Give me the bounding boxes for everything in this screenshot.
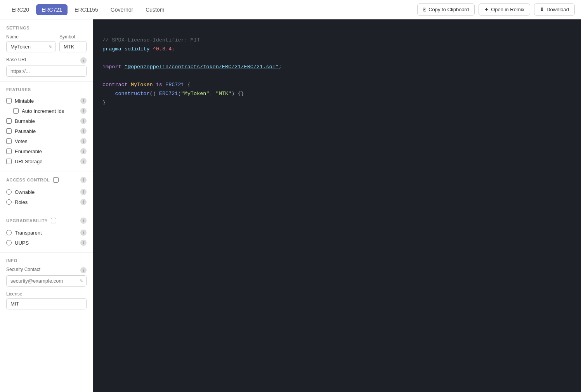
ownable-info-icon[interactable]: i <box>80 189 87 195</box>
pragma-keyword: pragma <box>102 46 121 52</box>
upgradeability-checkbox[interactable] <box>51 218 56 223</box>
copy-clipboard-button[interactable]: ⎘ Copy to Clipboard <box>417 3 475 16</box>
features-section: FEATURES Mintable i Auto Increment Ids i… <box>0 81 93 171</box>
feature-pausable: Pausable i <box>6 126 87 136</box>
burnable-info-icon[interactable]: i <box>80 118 87 124</box>
constructor-body: {} <box>238 91 244 97</box>
features-label: FEATURES <box>6 87 87 92</box>
uups-label: UUPS <box>15 240 77 246</box>
security-contact-edit-icon[interactable]: ✎ <box>80 278 83 284</box>
name-symbol-row: Name ✎ Symbol <box>6 34 87 52</box>
download-button[interactable]: ⬇ Download <box>534 3 575 16</box>
base-uri-label: Base URI <box>6 57 26 62</box>
transparent-label: Transparent <box>15 230 77 236</box>
votes-info-icon[interactable]: i <box>80 138 87 144</box>
mintable-info-icon[interactable]: i <box>80 98 87 104</box>
burnable-label: Burnable <box>15 118 77 124</box>
uri-storage-label: URI Storage <box>15 159 77 164</box>
parent-name: ERC721 <box>165 82 184 88</box>
import-semi: ; <box>279 64 282 70</box>
uups-radio[interactable] <box>6 240 12 245</box>
transparent-info-icon[interactable]: i <box>80 230 87 236</box>
upgradeability-section: UPGRADEABILITY i Transparent i UUPS i <box>0 212 93 252</box>
brace-open: { <box>187 82 191 88</box>
tab-erc20[interactable]: ERC20 <box>6 4 35 15</box>
base-uri-info-icon[interactable]: i <box>80 57 87 64</box>
access-control-header: ACCESS CONTROL i <box>6 177 87 183</box>
open-remix-label: Open in Remix <box>491 7 524 12</box>
access-control-info-icon[interactable]: i <box>80 177 87 183</box>
base-uri-group: Base URI i <box>6 57 87 77</box>
access-control-checkbox[interactable] <box>53 177 59 183</box>
import-path: "@openzeppelin/contracts/token/ERC721/ER… <box>125 64 279 70</box>
feature-burnable: Burnable i <box>6 116 87 126</box>
nav-tabs: ERC20 ERC721 ERC1155 Governor Custom <box>6 4 417 15</box>
security-contact-input[interactable] <box>6 275 87 287</box>
constructor-parens: () <box>150 91 156 97</box>
roles-info-icon[interactable]: i <box>80 199 87 205</box>
pausable-info-icon[interactable]: i <box>80 128 87 134</box>
string-mytoken: "MyToken" <box>181 91 210 97</box>
security-contact-group: Security Contact i ✎ <box>6 267 87 287</box>
copy-icon: ⎘ <box>423 7 426 12</box>
constructor-keyword: constructor <box>115 91 149 97</box>
base-uri-input[interactable] <box>6 66 87 77</box>
parent-constructor: ERC721 <box>159 91 178 97</box>
parent-constructor-close: ) <box>231 91 234 97</box>
upgradeability-header: UPGRADEABILITY i <box>6 218 87 224</box>
name-edit-icon[interactable]: ✎ <box>49 44 52 50</box>
mintable-checkbox[interactable] <box>6 98 12 104</box>
solidity-keyword: solidity <box>125 46 150 52</box>
sidebar: SETTINGS Name ✎ Symbol Base URI i <box>0 19 93 392</box>
enumerable-checkbox[interactable] <box>6 149 12 154</box>
mintable-label: Mintable <box>15 98 77 104</box>
info-label: INFO <box>6 258 87 263</box>
auto-increment-info-icon[interactable]: i <box>80 108 87 114</box>
copy-clipboard-label: Copy to Clipboard <box>428 7 469 12</box>
brace-close: } <box>102 100 106 105</box>
security-contact-info-icon[interactable]: i <box>80 267 87 273</box>
download-label: Download <box>546 7 569 12</box>
roles-label: Roles <box>15 199 77 205</box>
security-contact-input-wrapper: ✎ <box>6 275 87 287</box>
access-control-section: ACCESS CONTROL i Ownable i Roles i <box>0 171 93 212</box>
import-keyword: import <box>102 64 121 70</box>
symbol-label: Symbol <box>59 34 87 40</box>
votes-label: Votes <box>15 138 77 144</box>
feature-auto-increment: Auto Increment Ids i <box>6 106 87 116</box>
feature-enumerable: Enumerable i <box>6 146 87 156</box>
tab-custom[interactable]: Custom <box>140 4 170 15</box>
name-input-wrapper: ✎ <box>6 41 55 52</box>
pausable-checkbox[interactable] <box>6 128 12 134</box>
uups-info-icon[interactable]: i <box>80 240 87 246</box>
roles-radio[interactable] <box>6 199 12 205</box>
open-remix-button[interactable]: ✦ Open in Remix <box>479 3 530 16</box>
tab-erc1155[interactable]: ERC1155 <box>69 4 104 15</box>
upgrade-uups: UUPS i <box>6 238 87 248</box>
enumerable-info-icon[interactable]: i <box>80 148 87 154</box>
access-ownable: Ownable i <box>6 187 87 197</box>
access-roles: Roles i <box>6 197 87 207</box>
auto-increment-label: Auto Increment Ids <box>22 108 77 114</box>
burnable-checkbox[interactable] <box>6 118 12 124</box>
name-label: Name <box>6 34 55 40</box>
auto-increment-checkbox[interactable] <box>13 108 19 114</box>
ownable-radio[interactable] <box>6 189 12 195</box>
upgradeability-label: UPGRADEABILITY <box>6 218 48 223</box>
votes-checkbox[interactable] <box>6 138 12 144</box>
upgradeability-info-icon[interactable]: i <box>80 218 87 224</box>
uri-storage-checkbox[interactable] <box>6 159 12 164</box>
contract-name: MyToken <box>131 82 153 88</box>
transparent-radio[interactable] <box>6 230 12 235</box>
name-input[interactable] <box>6 41 55 52</box>
uri-storage-info-icon[interactable]: i <box>80 158 87 164</box>
tab-erc721[interactable]: ERC721 <box>36 4 68 15</box>
spdx-comment: // SPDX-License-Identifier: MIT <box>102 37 200 43</box>
license-input[interactable] <box>6 298 87 309</box>
name-field-group: Name ✎ <box>6 34 55 52</box>
tab-governor[interactable]: Governor <box>105 4 139 15</box>
version-number: ^0.8.4; <box>153 46 175 52</box>
access-control-label: ACCESS CONTROL <box>6 178 50 182</box>
symbol-input[interactable] <box>59 41 87 52</box>
upgrade-transparent: Transparent i <box>6 228 87 238</box>
